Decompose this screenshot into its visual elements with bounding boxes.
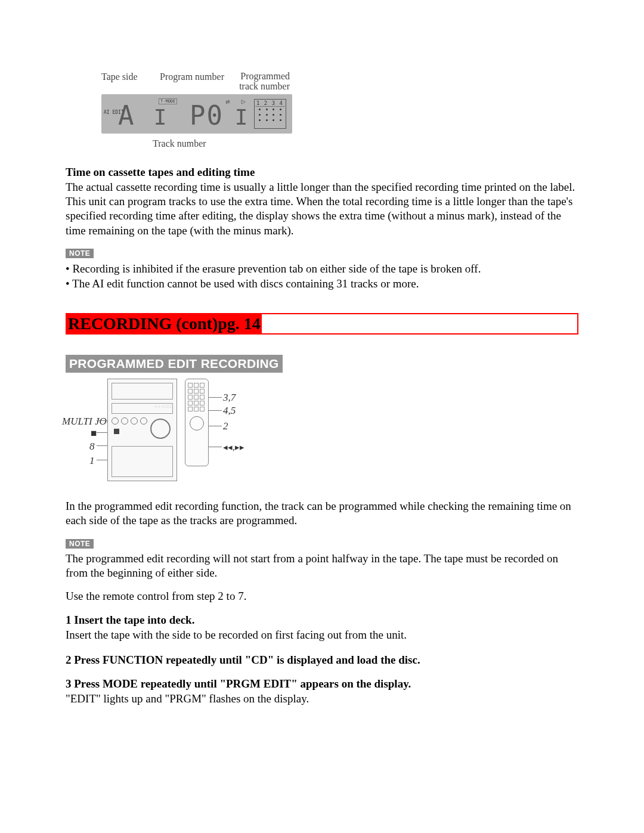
page-banner: RECORDING (cont)pg. 14	[66, 313, 578, 335]
section-banner: PROGRAMMED EDIT RECORDING	[66, 355, 372, 373]
callout-stop-icon: ■	[91, 428, 97, 439]
diagram-top-labels: Tape side Program number Programmed trac…	[101, 72, 304, 92]
intro-paragraph: In the programmed edit recording functio…	[66, 499, 578, 528]
label-program-number: Program number	[148, 72, 224, 92]
lcd-segment-track: I	[138, 105, 169, 129]
remote-instruction: Use the remote control from step 2 to 7.	[66, 590, 578, 603]
note-badge: NOTE	[66, 249, 94, 258]
label-programmed-track: Programmed track number	[224, 72, 290, 92]
callout-multi-jog: MULTI JOG	[62, 416, 114, 428]
step-1-head: 1 Insert the tape into deck.	[66, 614, 578, 627]
note1-list: • Recording is inhibited if the erasure …	[66, 261, 578, 292]
note1-item: • The AI edit function cannot be used wi…	[66, 276, 578, 292]
step-1-body: Insert the tape with the side to be reco…	[66, 628, 578, 642]
lcd-segment-tape-side: A	[118, 100, 135, 131]
lcd-track-grid: 1 2 3 4	[254, 99, 286, 129]
note-badge: NOTE	[66, 539, 94, 549]
step-3-head: 3 Press MODE repeatedly until "PRGM EDIT…	[66, 677, 578, 690]
lcd-grid-header: 1 2 3 4	[255, 100, 285, 107]
section1-body: The actual cassette recording time is us…	[66, 180, 578, 238]
lcd-play-icons: ⇄ ▷	[225, 97, 249, 106]
lcd-tmode-badge: T-MODE	[159, 98, 177, 104]
label-track-number: Track number	[153, 138, 304, 149]
callout-3-7: 3,7	[223, 392, 236, 404]
step-3-body: "EDIT" lights up and "PRGM" flashes on t…	[66, 692, 578, 706]
stereo-unit-icon: ○ ○ ○ □ □	[107, 379, 177, 481]
callout-skip-icons: ◂◂,▸▸	[223, 442, 244, 453]
callout-8: 8	[89, 441, 95, 453]
lcd-segment-program-num: I	[219, 105, 250, 129]
remote-control-icon	[185, 379, 209, 466]
step-2-head: 2 Press FUNCTION repeatedly until "CD" i…	[66, 654, 578, 667]
lcd-display-diagram: Tape side Program number Programmed trac…	[101, 72, 304, 149]
callout-4-5: 4,5	[223, 405, 236, 417]
callout-2: 2	[223, 420, 228, 432]
lcd-panel: AI EDIT A I T-MODE P0 I ⇄ ▷ 1 2 3 4	[101, 94, 292, 134]
callout-1: 1	[89, 455, 95, 467]
lcd-segment-program-p: P0	[190, 100, 224, 131]
manual-page: Tape side Program number Programmed trac…	[0, 0, 644, 754]
note2-body: The programmed edit recording will not s…	[66, 552, 578, 581]
section1-heading: Time on cassette tapes and editing time	[66, 166, 578, 179]
label-tape-side: Tape side	[101, 72, 148, 92]
device-illustration: MULTI JOG ■ 8 1 3,7 4,5 2 ◂◂,▸▸ ○ ○ ○ □ …	[89, 379, 250, 486]
page-banner-text: RECORDING (cont)pg. 14	[68, 314, 261, 333]
note1-item: • Recording is inhibited if the erasure …	[66, 261, 578, 277]
